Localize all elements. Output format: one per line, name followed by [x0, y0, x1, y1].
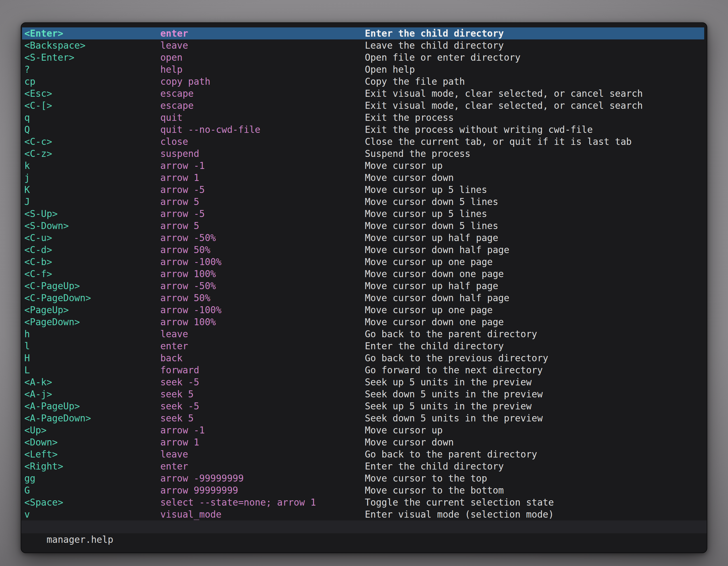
- command-cell: leave: [160, 448, 365, 460]
- command-cell: seek 5: [160, 412, 365, 424]
- description-cell: Close the current tab, or quit if it is …: [365, 136, 704, 148]
- command-cell: quit --no-cwd-file: [160, 124, 365, 136]
- description-cell: Go back to the parent directory: [365, 448, 704, 460]
- help-row[interactable]: hleaveGo back to the parent directory: [22, 328, 704, 340]
- description-cell: Move cursor up half page: [365, 232, 704, 244]
- help-row[interactable]: ?helpOpen help: [22, 64, 704, 76]
- key-cell: <Down>: [24, 436, 160, 448]
- key-cell: <S-Up>: [24, 208, 160, 220]
- description-cell: Move cursor down half page: [365, 244, 704, 256]
- description-cell: Move cursor to the bottom: [365, 484, 704, 496]
- key-cell: <A-j>: [24, 388, 160, 400]
- description-cell: Exit the process without writing cwd-fil…: [365, 124, 704, 136]
- key-cell: <Up>: [24, 424, 160, 436]
- help-row[interactable]: <PageDown>arrow 100%Move cursor down one…: [22, 316, 704, 328]
- command-cell: arrow -100%: [160, 304, 365, 316]
- key-cell: <PageUp>: [24, 304, 160, 316]
- help-row[interactable]: <A-k>seek -5Seek up 5 units in the previ…: [22, 376, 704, 388]
- key-cell: k: [24, 160, 160, 172]
- help-row[interactable]: LforwardGo forward to the next directory: [22, 364, 704, 376]
- help-row[interactable]: Garrow 99999999Move cursor to the bottom: [22, 484, 704, 496]
- help-row[interactable]: Jarrow 5Move cursor down 5 lines: [22, 196, 704, 208]
- key-cell: <Left>: [24, 448, 160, 460]
- help-row[interactable]: <Right>enterEnter the child directory: [22, 460, 704, 472]
- command-cell: visual_mode: [160, 508, 365, 520]
- command-cell: seek -5: [160, 376, 365, 388]
- help-row[interactable]: Qquit --no-cwd-fileExit the process with…: [22, 124, 704, 136]
- description-cell: Move cursor to the top: [365, 472, 704, 484]
- help-row[interactable]: <S-Up>arrow -5Move cursor up 5 lines: [22, 208, 704, 220]
- help-row[interactable]: qquitExit the process: [22, 112, 704, 124]
- help-row[interactable]: <C-u>arrow -50%Move cursor up half page: [22, 232, 704, 244]
- command-cell: escape: [160, 100, 365, 112]
- help-row[interactable]: jarrow 1Move cursor down: [22, 172, 704, 184]
- help-row[interactable]: vvisual_modeEnter visual mode (selection…: [22, 508, 704, 520]
- help-row[interactable]: <C-z>suspendSuspend the process: [22, 148, 704, 160]
- help-row[interactable]: <C-[>escapeExit visual mode, clear selec…: [22, 100, 704, 112]
- description-cell: Toggle the current selection state: [365, 496, 704, 508]
- key-cell: <C-[>: [24, 100, 160, 112]
- status-bar: manager.help: [21, 520, 707, 533]
- help-row[interactable]: cpcopy pathCopy the file path: [22, 76, 704, 88]
- help-row[interactable]: <S-Enter>openOpen file or enter director…: [22, 51, 704, 64]
- description-cell: Exit visual mode, clear selected, or can…: [365, 100, 704, 112]
- description-cell: Suspend the process: [365, 148, 704, 160]
- command-cell: arrow 5: [160, 196, 365, 208]
- description-cell: Enter the child directory: [365, 460, 704, 472]
- help-row[interactable]: <Space>select --state=none; arrow 1Toggl…: [22, 496, 704, 508]
- help-row[interactable]: <S-Down>arrow 5Move cursor down 5 lines: [22, 220, 704, 232]
- command-cell: select --state=none; arrow 1: [160, 496, 365, 508]
- help-row[interactable]: <C-c>closeClose the current tab, or quit…: [22, 136, 704, 148]
- help-row[interactable]: <A-PageDown>seek 5Seek down 5 units in t…: [22, 412, 704, 424]
- command-cell: open: [160, 51, 365, 64]
- description-cell: Seek down 5 units in the preview: [365, 412, 704, 424]
- key-cell: L: [24, 364, 160, 376]
- help-row[interactable]: <C-PageDown>arrow 50%Move cursor down ha…: [22, 292, 704, 304]
- command-cell: arrow -99999999: [160, 472, 365, 484]
- key-cell: cp: [24, 76, 160, 88]
- help-row[interactable]: lenterEnter the child directory: [22, 340, 704, 352]
- command-cell: enter: [160, 340, 365, 352]
- help-row[interactable]: ggarrow -99999999Move cursor to the top: [22, 472, 704, 484]
- description-cell: Move cursor up 5 lines: [365, 208, 704, 220]
- help-row[interactable]: <C-b>arrow -100%Move cursor up one page: [22, 256, 704, 268]
- help-row[interactable]: HbackGo back to the previous directory: [22, 352, 704, 364]
- key-cell: q: [24, 112, 160, 124]
- key-cell: <S-Enter>: [24, 51, 160, 64]
- command-cell: enter: [160, 460, 365, 472]
- description-cell: Exit visual mode, clear selected, or can…: [365, 88, 704, 100]
- help-row-selected[interactable]: <Enter>enterEnter the child directory: [22, 27, 704, 39]
- command-cell: arrow 1: [160, 436, 365, 448]
- help-row[interactable]: <Down>arrow 1Move cursor down: [22, 436, 704, 448]
- description-cell: Move cursor up half page: [365, 280, 704, 292]
- command-cell: escape: [160, 88, 365, 100]
- description-cell: Open help: [365, 64, 704, 76]
- command-cell: close: [160, 136, 365, 148]
- key-cell: ?: [24, 64, 160, 76]
- help-row[interactable]: <Esc>escapeExit visual mode, clear selec…: [22, 88, 704, 100]
- help-row[interactable]: <A-PageUp>seek -5Seek up 5 units in the …: [22, 400, 704, 412]
- help-row[interactable]: <Left>leaveGo back to the parent directo…: [22, 448, 704, 460]
- help-row[interactable]: <A-j>seek 5Seek down 5 units in the prev…: [22, 388, 704, 400]
- help-row[interactable]: karrow -1Move cursor up: [22, 160, 704, 172]
- description-cell: Open file or enter directory: [365, 51, 704, 64]
- key-cell: l: [24, 340, 160, 352]
- command-cell: arrow -50%: [160, 280, 365, 292]
- help-row[interactable]: <PageUp>arrow -100%Move cursor up one pa…: [22, 304, 704, 316]
- help-row[interactable]: <C-f>arrow 100%Move cursor down one page: [22, 268, 704, 280]
- help-row[interactable]: <Up>arrow -1Move cursor up: [22, 424, 704, 436]
- help-row[interactable]: <Backspace>leaveLeave the child director…: [22, 39, 704, 51]
- description-cell: Go back to the previous directory: [365, 352, 704, 364]
- help-keybinding-list: <Enter>enterEnter the child directory<Ba…: [21, 27, 707, 520]
- key-cell: <C-u>: [24, 232, 160, 244]
- key-cell: <Backspace>: [24, 39, 160, 51]
- help-row[interactable]: <C-PageUp>arrow -50%Move cursor up half …: [22, 280, 704, 292]
- description-cell: Copy the file path: [365, 76, 704, 88]
- command-cell: seek -5: [160, 400, 365, 412]
- description-cell: Seek up 5 units in the preview: [365, 376, 704, 388]
- help-row[interactable]: Karrow -5Move cursor up 5 lines: [22, 184, 704, 196]
- command-cell: leave: [160, 328, 365, 340]
- terminal-window: <Enter>enterEnter the child directory<Ba…: [21, 22, 707, 553]
- description-cell: Move cursor down one page: [365, 316, 704, 328]
- help-row[interactable]: <C-d>arrow 50%Move cursor down half page: [22, 244, 704, 256]
